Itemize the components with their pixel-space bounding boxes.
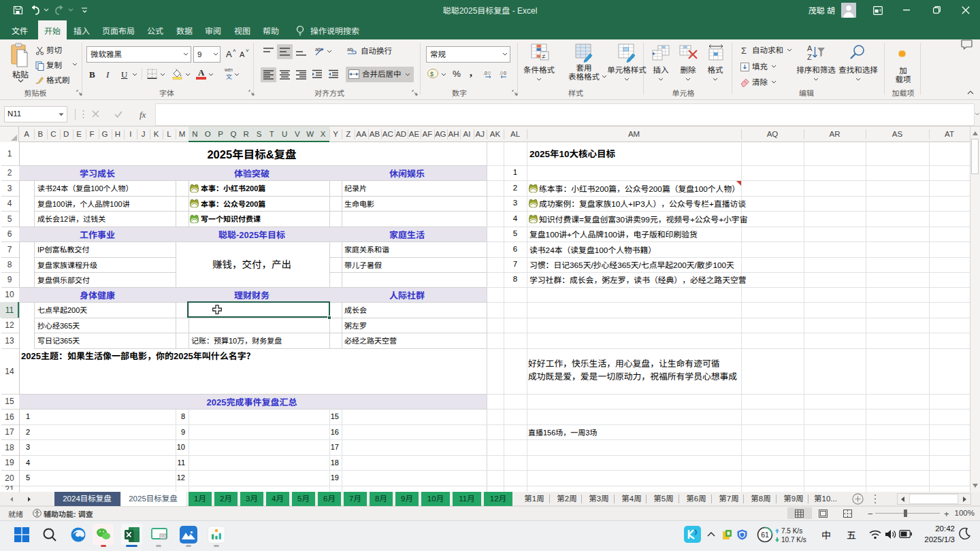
svg-text:$: $ [430,69,434,78]
svg-text:0: 0 [488,69,491,76]
svg-text:.0: .0 [499,69,503,76]
svg-text:Z: Z [807,53,812,61]
svg-text:A: A [807,44,813,52]
svg-text:≠: ≠ [542,52,546,61]
svg-text:0: 0 [504,69,506,76]
svg-text:ab: ab [315,45,321,52]
svg-text:61: 61 [761,531,769,539]
svg-text:.0: .0 [483,69,487,76]
